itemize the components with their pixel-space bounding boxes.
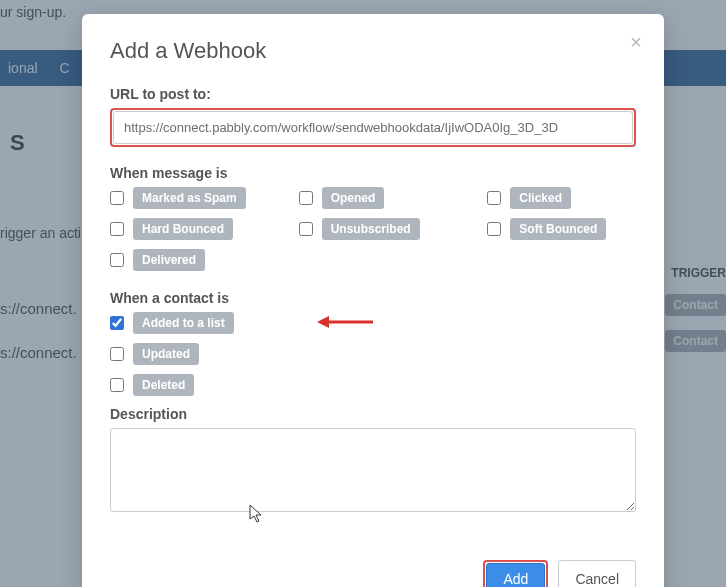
tag-opened: Opened [322, 187, 385, 209]
checkbox-clicked[interactable] [487, 191, 501, 205]
add-button[interactable]: Add [486, 563, 545, 587]
when-contact-label: When a contact is [110, 290, 636, 306]
tag-delivered: Delivered [133, 249, 205, 271]
cancel-button[interactable]: Cancel [558, 560, 636, 587]
checkbox-delivered[interactable] [110, 253, 124, 267]
checkbox-softbounce[interactable] [487, 222, 501, 236]
when-message-label: When message is [110, 165, 636, 181]
contact-checkbox-list: Added to a list Updated Deleted [110, 312, 636, 396]
modal-title: Add a Webhook [110, 38, 636, 64]
tag-added: Added to a list [133, 312, 234, 334]
checkbox-row-added: Added to a list [110, 312, 636, 334]
checkbox-deleted[interactable] [110, 378, 124, 392]
checkbox-opened[interactable] [299, 191, 313, 205]
close-icon[interactable]: × [624, 30, 648, 54]
url-label: URL to post to: [110, 86, 636, 102]
checkbox-row-unsub: Unsubscribed [299, 218, 448, 240]
checkbox-updated[interactable] [110, 347, 124, 361]
tag-softbounce: Soft Bounced [510, 218, 606, 240]
message-checkbox-grid: Marked as Spam Hard Bounced Delivered Op… [110, 187, 636, 280]
checkbox-row-softbounce: Soft Bounced [487, 218, 636, 240]
tag-deleted: Deleted [133, 374, 194, 396]
add-button-highlight: Add [483, 560, 548, 587]
checkbox-row-delivered: Delivered [110, 249, 259, 271]
checkbox-added[interactable] [110, 316, 124, 330]
checkbox-unsub[interactable] [299, 222, 313, 236]
checkbox-row-updated: Updated [110, 343, 636, 365]
checkbox-hardbounce[interactable] [110, 222, 124, 236]
description-label: Description [110, 406, 636, 422]
checkbox-row-spam: Marked as Spam [110, 187, 259, 209]
url-input-highlight [110, 108, 636, 147]
tag-updated: Updated [133, 343, 199, 365]
checkbox-spam[interactable] [110, 191, 124, 205]
checkbox-row-deleted: Deleted [110, 374, 636, 396]
checkbox-row-opened: Opened [299, 187, 448, 209]
svg-marker-1 [317, 316, 329, 328]
tag-clicked: Clicked [510, 187, 571, 209]
tag-unsub: Unsubscribed [322, 218, 420, 240]
arrow-annotation-icon [317, 314, 373, 330]
checkbox-row-clicked: Clicked [487, 187, 636, 209]
modal-footer: Add Cancel [110, 560, 636, 587]
checkbox-row-hardbounce: Hard Bounced [110, 218, 259, 240]
tag-spam: Marked as Spam [133, 187, 246, 209]
description-input[interactable] [110, 428, 636, 512]
add-webhook-modal: Add a Webhook × URL to post to: When mes… [82, 14, 664, 587]
url-input[interactable] [113, 111, 633, 144]
tag-hardbounce: Hard Bounced [133, 218, 233, 240]
